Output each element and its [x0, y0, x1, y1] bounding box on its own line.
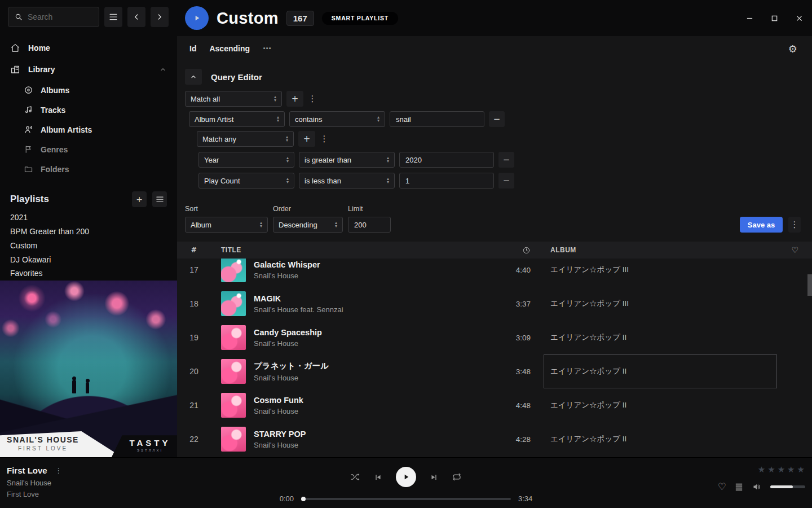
next-track-button[interactable]	[430, 473, 438, 481]
playlist-item[interactable]: 2021	[0, 211, 177, 225]
playlist-item[interactable]: Custom	[0, 239, 177, 253]
rating-stars[interactable]: ★ ★ ★ ★ ★	[758, 465, 805, 475]
match-mode-select[interactable]: Match any ▴▾	[197, 131, 294, 147]
sidebar-item-library[interactable]: Library	[0, 59, 177, 80]
seek-bar[interactable]	[301, 498, 511, 500]
star-icon[interactable]: ★	[758, 465, 766, 475]
column-favorite[interactable]: ♡	[778, 246, 812, 255]
rule-field-select[interactable]: Play Count ▴▾	[198, 173, 294, 189]
volume-icon[interactable]	[752, 482, 762, 492]
track-album-cell[interactable]: エイリアン☆ポップ III	[538, 259, 778, 287]
order-value: Descending	[279, 221, 335, 229]
play-playlist-button[interactable]	[185, 6, 209, 30]
sidebar-item-album-artists[interactable]: Album Artists	[0, 120, 177, 139]
rule-operator-select[interactable]: is less than ▴▾	[299, 173, 395, 189]
track-album-cell[interactable]: エイリアン☆ポップ II	[538, 388, 778, 422]
library-icon	[10, 64, 20, 75]
repeat-button[interactable]	[452, 472, 462, 482]
order-select[interactable]: Descending ▴▾	[273, 217, 343, 233]
sidebar-item-albums[interactable]: Albums	[0, 80, 177, 100]
track-row[interactable]: 21 Cosmo Funk Snail's House 4:48 エイリアン☆ポ…	[177, 388, 812, 422]
sidebar-item-folders[interactable]: Folders	[0, 159, 177, 179]
track-album-cell[interactable]: エイリアン☆ポップ III	[538, 287, 778, 321]
match-mode-select[interactable]: Match all ▴▾	[185, 91, 282, 107]
sort-field-group: Sort Album ▴▾	[185, 205, 268, 233]
window-controls	[745, 14, 803, 22]
menu-button[interactable]	[104, 7, 122, 27]
track-album-cell[interactable]: エイリアン☆ポップ II	[538, 321, 778, 354]
save-as-button[interactable]: Save as	[740, 217, 783, 233]
add-rule-button[interactable]: +	[298, 131, 315, 147]
track-row[interactable]: 17 Galactic Whisper Snail's House 4:40 エ…	[177, 259, 812, 287]
playlist-item[interactable]: Favorites	[0, 266, 177, 281]
rule-operator-select[interactable]: contains ▴▾	[289, 111, 385, 127]
track-row[interactable]: 22 STARRY POP Snail's House 4:28 エイリアン☆ポ…	[177, 422, 812, 456]
select-arrows-icon: ▴▾	[286, 135, 288, 142]
scrollbar-track[interactable]	[807, 259, 812, 457]
collapse-query-editor-button[interactable]	[185, 69, 202, 85]
now-playing-menu-button[interactable]: ⋮	[54, 466, 63, 475]
select-arrows-icon: ▴▾	[335, 221, 337, 228]
sidebar-item-genres[interactable]: Genres	[0, 139, 177, 159]
rule-value-input[interactable]	[399, 152, 494, 168]
column-number[interactable]: #	[177, 246, 211, 254]
minimize-button[interactable]	[745, 14, 753, 22]
settings-gear-icon[interactable]: ⚙	[788, 43, 797, 55]
star-icon[interactable]: ★	[767, 465, 775, 475]
star-icon[interactable]: ★	[778, 465, 785, 475]
sidebar-item-tracks[interactable]: Tracks	[0, 100, 177, 120]
group-menu-button[interactable]: ⋮	[320, 134, 329, 144]
remove-rule-button[interactable]: −	[498, 152, 514, 168]
limit-input[interactable]	[348, 217, 391, 233]
add-rule-button[interactable]: +	[286, 91, 303, 107]
previous-track-button[interactable]	[374, 473, 382, 481]
nav-forward-button[interactable]	[151, 7, 169, 27]
rule-operator-select[interactable]: is greater than ▴▾	[299, 152, 395, 168]
tracklist-rows: 17 Galactic Whisper Snail's House 4:40 エ…	[177, 259, 812, 456]
sort-select[interactable]: Album ▴▾	[185, 217, 268, 233]
playlist-item[interactable]: BPM Greater than 200	[0, 225, 177, 239]
track-title-cell: STARRY POP Snail's House	[211, 427, 498, 452]
playlist-item[interactable]: DJ Okawari	[0, 252, 177, 266]
chevron-up-icon[interactable]	[159, 65, 167, 73]
more-options-button[interactable]: ⋯	[263, 43, 271, 54]
volume-slider[interactable]	[770, 485, 805, 488]
track-album-cell[interactable]: エイリアン☆ポップ II	[538, 422, 778, 456]
play-pause-button[interactable]	[396, 467, 416, 487]
track-row[interactable]: 19 Candy Spaceship Snail's House 3:09 エイ…	[177, 321, 812, 354]
rule-value-input[interactable]	[390, 111, 484, 127]
folder-icon	[24, 164, 33, 174]
queue-icon[interactable]	[734, 483, 744, 491]
track-album-cell-highlighted[interactable]: エイリアン☆ポップ II	[538, 354, 778, 388]
maximize-button[interactable]	[770, 14, 778, 22]
favorite-heart-icon[interactable]: ♡	[718, 481, 726, 492]
remove-rule-button[interactable]: −	[489, 111, 505, 127]
group-menu-button[interactable]: ⋮	[308, 94, 317, 104]
close-button[interactable]	[795, 14, 803, 22]
search-box[interactable]	[8, 7, 99, 27]
column-duration[interactable]	[498, 246, 538, 255]
play-icon	[401, 472, 411, 481]
track-row[interactable]: 20 プラネット・ガール Snail's House 3:48 エイリアン☆ポッ…	[177, 354, 812, 388]
sidebar-item-home[interactable]: Home	[0, 37, 177, 59]
column-album[interactable]: ALBUM	[538, 246, 778, 254]
column-title[interactable]: TITLE	[211, 246, 498, 254]
add-playlist-button[interactable]: +	[132, 191, 147, 207]
nav-back-button[interactable]	[127, 7, 145, 27]
query-editor: Query Editor Match all ▴▾ + ⋮ Album Arti…	[177, 61, 812, 233]
scrollbar-thumb[interactable]	[807, 274, 812, 296]
rule-field-select[interactable]: Year ▴▾	[198, 152, 294, 168]
star-icon[interactable]: ★	[797, 465, 805, 475]
sort-direction-button[interactable]: Ascending	[209, 44, 250, 53]
remove-rule-button[interactable]: −	[498, 173, 514, 189]
star-icon[interactable]: ★	[787, 465, 795, 475]
sort-field-button[interactable]: Id	[189, 44, 196, 53]
track-row[interactable]: 18 MAGIK Snail's House feat. Sennzai 3:3…	[177, 287, 812, 321]
seek-handle[interactable]	[301, 497, 306, 501]
rule-field-select[interactable]: Album Artist ▴▾	[189, 111, 285, 127]
rule-value-input[interactable]	[399, 173, 494, 189]
playlist-options-button[interactable]	[152, 191, 167, 207]
shuffle-button[interactable]	[350, 472, 360, 481]
save-options-button[interactable]: ⋮	[788, 217, 801, 233]
search-input[interactable]	[28, 12, 93, 21]
